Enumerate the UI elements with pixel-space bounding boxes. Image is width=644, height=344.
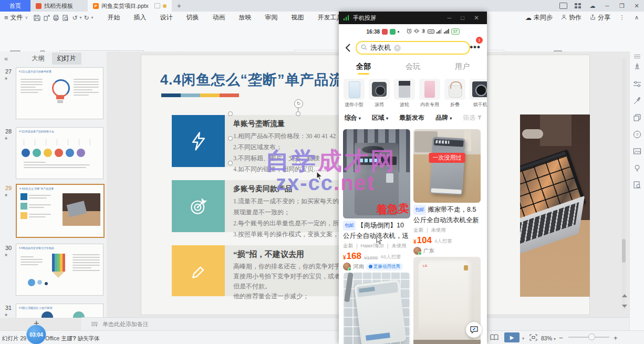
play-slideshow-button[interactable]: ▶	[504, 332, 520, 342]
share-button[interactable]: 分享	[586, 13, 615, 22]
print-icon[interactable]	[51, 14, 60, 22]
collaborate-button[interactable]: 协作	[557, 13, 586, 22]
menu-transition[interactable]: 切换	[179, 13, 205, 22]
magic-wand-icon[interactable]	[633, 97, 641, 105]
filter-sort[interactable]: 综合 ▾	[344, 113, 360, 122]
collapse-ribbon-icon[interactable]: ∧	[629, 12, 644, 24]
selection-handle-bl[interactable]	[228, 161, 233, 165]
tab-docer[interactable]: 找稻壳模板	[30, 0, 78, 12]
block3-icon-square[interactable]	[172, 245, 225, 296]
selection-handle-tm[interactable]	[296, 111, 300, 116]
phone-close-icon[interactable]: ✕	[471, 14, 482, 22]
filter-brand[interactable]: 品牌 ▾	[435, 113, 452, 122]
block1-icon-square[interactable]	[172, 115, 225, 167]
chip-underwear[interactable]: 内衣专用	[419, 79, 441, 108]
menu-review[interactable]: 审阅	[258, 13, 284, 22]
play-options-caret-icon[interactable]: ▾	[522, 336, 524, 341]
help-icon[interactable]: ?	[633, 130, 641, 139]
sync-status[interactable]: ☁未同步	[521, 13, 557, 22]
tab-document[interactable]: P 闲鱼卖货项目.pptx	[88, 0, 172, 12]
product3-image[interactable]	[343, 273, 410, 344]
rocket-icon[interactable]	[633, 63, 641, 71]
product1-seller-row[interactable]: 河南 芝麻信用优秀	[343, 263, 410, 270]
reading-view-icon[interactable]	[490, 334, 498, 342]
redo-icon[interactable]: ↻	[81, 14, 91, 22]
assistant-icon[interactable]: ☁	[585, 0, 600, 12]
minimize-button[interactable]: ─	[600, 0, 615, 12]
kebab-menu-icon[interactable]: ⋮	[615, 12, 629, 24]
menu-start[interactable]: 开始	[100, 13, 127, 22]
tab-users[interactable]: 用户	[455, 62, 470, 71]
layout-single-icon[interactable]	[556, 0, 570, 12]
back-chevron-icon[interactable]	[345, 43, 351, 55]
slide-29-thumbnail[interactable]: 4.4闲鱼怎么“垄断”单产品流量	[16, 184, 105, 238]
new-tab-button[interactable]: +	[172, 0, 186, 12]
filter-newest[interactable]: 最新发布	[399, 113, 424, 122]
print-preview-icon[interactable]	[60, 14, 70, 22]
phone-maximize-icon[interactable]: □	[458, 15, 468, 21]
menu-view[interactable]: 视图	[284, 13, 310, 22]
clear-search-icon[interactable]: ✕	[394, 45, 401, 51]
sliders-icon[interactable]	[633, 80, 641, 88]
selection-handle-tl[interactable]	[228, 111, 233, 116]
phone-minimize-icon[interactable]: ─	[444, 15, 454, 21]
export-icon[interactable]	[41, 14, 51, 22]
menu-slideshow[interactable]: 放映	[232, 13, 258, 22]
slide-31-thumbnail[interactable]: 4.6防止违规消息 小技巧集锦	[16, 304, 103, 318]
tab-huiwan[interactable]: 会玩	[406, 62, 420, 71]
chip-pulsator[interactable]: 波轮	[393, 79, 416, 108]
phone-window-titlebar[interactable]: 手机投屏 ─ □ ✕	[339, 12, 487, 24]
rotate-handle[interactable]: ↻	[294, 99, 303, 108]
menu-insert[interactable]: 插入	[127, 13, 153, 22]
redo-caret-icon[interactable]: ▾	[91, 15, 93, 20]
image-tools-icon[interactable]	[633, 147, 641, 155]
block2-icon-square[interactable]	[172, 180, 225, 232]
zoom-level[interactable]: 83% ▾	[541, 335, 556, 341]
chat-fab-button[interactable]	[466, 322, 482, 338]
slide-title[interactable]: 4.4闲鱼怎么“垄断”单产品流量	[160, 70, 359, 89]
slide-27-thumbnail[interactable]: 4.2怎么提升自己的账号权重	[16, 67, 103, 119]
theme-name[interactable]: Office 主题	[45, 335, 72, 342]
fit-slide-icon[interactable]	[529, 334, 537, 342]
slide-photo-laptop[interactable]	[520, 114, 590, 297]
more-menu-icon[interactable]: •••	[470, 42, 481, 53]
drag-grip-icon[interactable]	[634, 55, 640, 59]
chip-dryer[interactable]: 烘干机	[469, 79, 487, 108]
restore-button[interactable]: ❐	[615, 0, 629, 12]
zoom-in-button[interactable]: +	[614, 334, 618, 342]
duplicate-icon[interactable]	[633, 113, 641, 122]
missing-font-warning[interactable]: T? 缺失字体	[69, 335, 100, 342]
save-icon[interactable]	[32, 14, 41, 22]
file-menu[interactable]: ≡ 文件∨	[0, 13, 32, 22]
menu-design[interactable]: 设计	[153, 13, 179, 22]
tab-outline[interactable]: 大纲	[32, 54, 45, 63]
next-slide-chevron-icon[interactable]	[622, 305, 627, 308]
filter-more[interactable]: 筛选	[463, 113, 481, 122]
previous-slide-chevron-icon[interactable]	[622, 294, 627, 297]
slide-30-thumbnail[interactable]: 4.5商品如何定价吸引行价格战	[16, 244, 103, 296]
canvas-scrollbar-track[interactable]	[622, 58, 626, 310]
chip-drum[interactable]: 滚筒	[368, 79, 390, 108]
product2-seller-row[interactable]: 广东	[413, 247, 481, 255]
tab-slides[interactable]: 幻灯片	[52, 53, 81, 65]
tab-home[interactable]: 首页	[0, 0, 30, 12]
idea-bulb-icon[interactable]	[633, 164, 641, 172]
recording-timer-badge[interactable]: 03:04	[26, 325, 46, 344]
canvas-scrollbar-thumb[interactable]	[622, 239, 626, 263]
resource-search-icon[interactable]	[633, 181, 641, 189]
layout-grid-icon[interactable]	[570, 0, 585, 12]
collapse-panel-icon[interactable]: «	[0, 55, 12, 62]
selection-handle-ml[interactable]	[228, 136, 233, 141]
product2-title[interactable]: 包邮搬家带不走，8.5公斤全自动洗衣机全新未拆	[413, 205, 481, 225]
undo-icon[interactable]: ↺	[70, 14, 79, 22]
chip-mini[interactable]: 迷你小型	[343, 79, 365, 108]
zoom-slider-knob[interactable]	[588, 333, 595, 340]
menu-animation[interactable]: 动画	[205, 13, 232, 22]
close-button[interactable]: ✕	[629, 0, 644, 12]
zoom-out-button[interactable]: −	[559, 334, 563, 342]
filter-region[interactable]: 区域 ▾	[372, 113, 388, 122]
product2-image[interactable]: 一次没用过	[413, 129, 481, 203]
tab-all[interactable]: 全部	[356, 62, 371, 71]
slide-28-thumbnail[interactable]: 4.3怎样选品将产品利润最大化	[16, 127, 103, 179]
chip-folding[interactable]: 折叠	[444, 79, 466, 108]
